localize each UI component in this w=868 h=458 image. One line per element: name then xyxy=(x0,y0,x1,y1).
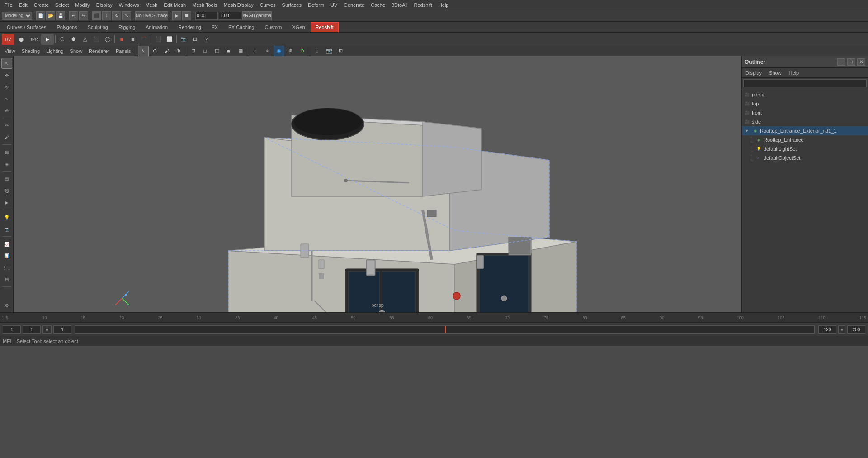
outliner-tab-display[interactable]: Display xyxy=(742,68,765,77)
axis-btn[interactable]: ⊕ xyxy=(1,300,12,310)
snap-point-btn[interactable]: ◉ xyxy=(274,46,284,57)
sculpt-btn[interactable]: ✏ xyxy=(1,120,12,131)
tab-fx[interactable]: FX xyxy=(207,22,223,32)
camera-side-btn[interactable]: 📷 xyxy=(1,224,12,234)
menu-help[interactable]: Help xyxy=(436,1,452,9)
mat3-btn[interactable]: ⌒ xyxy=(139,34,150,45)
render-side-btn[interactable]: 💡 xyxy=(1,212,12,223)
camera-btn[interactable]: 📷 xyxy=(324,46,335,57)
vt-show[interactable]: Show xyxy=(67,48,85,55)
menu-cache[interactable]: Cache xyxy=(368,1,388,9)
frame-display-input[interactable] xyxy=(53,325,71,334)
tab-sculpting[interactable]: Sculpting xyxy=(83,22,113,32)
shape4-btn[interactable]: ⬛ xyxy=(91,34,102,45)
frame-lock-btn[interactable]: ■ xyxy=(42,325,52,334)
tab-curves-surfaces[interactable]: Curves / Surfaces xyxy=(2,22,51,32)
timeline-bar[interactable] xyxy=(75,325,815,334)
select-mode-btn[interactable]: ⬛ xyxy=(92,11,101,20)
tab-fx-caching[interactable]: FX Caching xyxy=(223,22,259,32)
menu-create[interactable]: Create xyxy=(31,1,52,9)
paint-btn[interactable]: 🖌 xyxy=(1,132,12,143)
menu-mesh-display[interactable]: Mesh Display xyxy=(221,1,256,9)
tree-item-default-objectset[interactable]: ○ defaultObjectSet xyxy=(742,153,868,162)
extra1-btn[interactable]: 📷 xyxy=(178,34,189,45)
render3-btn[interactable]: ▶ xyxy=(41,34,54,45)
tree-item-front[interactable]: 🎥 front xyxy=(742,108,868,117)
tree-item-persp[interactable]: 🎥 persp xyxy=(742,90,868,99)
frame-current-input[interactable]: 1 xyxy=(23,325,41,334)
render2-btn[interactable]: ⏹ xyxy=(182,11,191,20)
graph-btn[interactable]: 📊 xyxy=(1,250,12,261)
ipr1-btn[interactable]: ⬤ xyxy=(15,34,28,45)
menu-file[interactable]: File xyxy=(2,1,15,9)
help-icon-btn[interactable]: ? xyxy=(201,34,212,45)
lasso-btn[interactable]: ⊙ xyxy=(150,46,160,57)
ipr2-btn[interactable]: IPR xyxy=(28,34,41,45)
constraint-btn[interactable]: ⛓ xyxy=(1,185,12,196)
rotate-tool-btn[interactable]: ↻ xyxy=(1,81,12,92)
component-btn[interactable]: ◈ xyxy=(1,158,12,169)
menu-modify[interactable]: Modify xyxy=(72,1,92,9)
tree-item-side[interactable]: 🎥 side xyxy=(742,117,868,126)
menu-select[interactable]: Select xyxy=(52,1,72,9)
snap-btn[interactable]: ⊞ xyxy=(1,147,12,157)
x-input[interactable]: 0.00 xyxy=(195,12,218,20)
select-tool-side-btn[interactable]: ↖ xyxy=(1,58,12,69)
tab-xgen[interactable]: XGen xyxy=(287,22,310,32)
render1-btn[interactable]: ▶ xyxy=(172,11,181,20)
vt-view[interactable]: View xyxy=(2,48,18,55)
menu-edit-mesh[interactable]: Edit Mesh xyxy=(161,1,189,9)
universal-tool-btn[interactable]: ⊕ xyxy=(1,105,12,116)
new-scene-btn[interactable]: 📄 xyxy=(36,11,45,20)
outliner-minimize-btn[interactable]: ─ xyxy=(837,58,845,66)
wire-btn[interactable]: ◫ xyxy=(212,46,222,57)
shape2-btn[interactable]: ⬢ xyxy=(68,34,79,45)
outliner-maximize-btn[interactable]: □ xyxy=(847,58,855,66)
open-btn[interactable]: 📂 xyxy=(46,11,55,20)
soft-sel-btn[interactable]: ⊕ xyxy=(173,46,184,57)
paint-sel-btn[interactable]: 🖌 xyxy=(161,46,172,57)
tab-redshift[interactable]: Redshift xyxy=(311,22,339,32)
tab-polygons[interactable]: Polygons xyxy=(52,22,82,32)
mode-select[interactable]: Modeling xyxy=(2,12,32,20)
texture-btn[interactable]: ▦ xyxy=(235,46,246,57)
ipr-render-btn[interactable]: ⬛ xyxy=(153,34,164,45)
snap-live-btn[interactable]: ⊙ xyxy=(297,46,308,57)
select-tool-btn[interactable]: ↖ xyxy=(138,46,149,57)
tab-animation[interactable]: Animation xyxy=(141,22,173,32)
shape3-btn[interactable]: △ xyxy=(80,34,90,45)
mat1-btn[interactable]: ■ xyxy=(116,34,127,45)
menu-uv[interactable]: UV xyxy=(328,1,340,9)
snap-curve-btn[interactable]: ⌖ xyxy=(262,46,273,57)
gamma-btn[interactable]: sRGB gamma xyxy=(242,11,272,20)
menu-mesh-tools[interactable]: Mesh Tools xyxy=(189,1,220,9)
tab-rigging[interactable]: Rigging xyxy=(113,22,140,32)
ipr-stop-btn[interactable]: ⬜ xyxy=(164,34,175,45)
snap-grid-btn[interactable]: ⋮ xyxy=(250,46,261,57)
tree-item-default-lightset[interactable]: 💡 defaultLightSet xyxy=(742,144,868,153)
menu-3dtoall[interactable]: 3DtoAll xyxy=(389,1,410,9)
trax-btn[interactable]: ⊟ xyxy=(1,274,12,285)
rv-btn[interactable]: RV xyxy=(2,34,14,45)
menu-edit[interactable]: Edit xyxy=(16,1,30,9)
shape5-btn[interactable]: ◯ xyxy=(102,34,113,45)
tab-custom[interactable]: Custom xyxy=(260,22,287,32)
vt-shading[interactable]: Shading xyxy=(19,48,42,55)
outliner-close-btn[interactable]: ✕ xyxy=(857,58,865,66)
move-btn[interactable]: ↕ xyxy=(102,11,111,20)
frame-start-input[interactable]: 1 xyxy=(3,325,21,334)
menu-redshift[interactable]: Redshift xyxy=(411,1,434,9)
vt-renderer[interactable]: Renderer xyxy=(86,48,112,55)
redo-btn[interactable]: ↪ xyxy=(79,11,88,20)
menu-deform[interactable]: Deform xyxy=(305,1,327,9)
outliner-tab-help[interactable]: Help xyxy=(785,68,803,77)
layer-btn[interactable]: ▤ xyxy=(1,173,12,184)
extra2-btn[interactable]: ⊞ xyxy=(189,34,200,45)
frame-end-preview-input[interactable]: 120 xyxy=(818,325,836,334)
viewport[interactable]: ● persp xyxy=(14,56,741,312)
box-btn[interactable]: □ xyxy=(200,46,211,57)
frame-lock2-btn[interactable]: ■ xyxy=(838,325,845,334)
vt-lighting[interactable]: Lighting xyxy=(43,48,66,55)
mat2-btn[interactable]: ≡ xyxy=(127,34,138,45)
shape1-btn[interactable]: ⬡ xyxy=(57,34,68,45)
